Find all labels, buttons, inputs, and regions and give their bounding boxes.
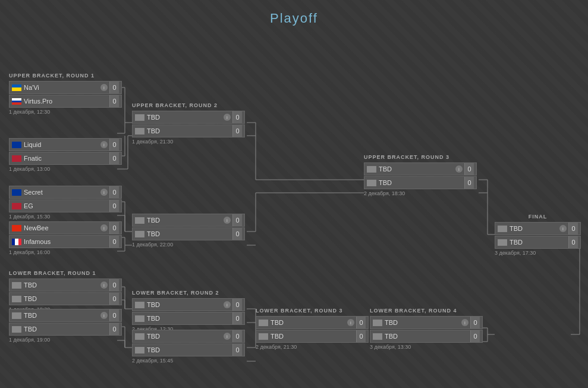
flag-eu xyxy=(12,142,21,148)
flag-tbd xyxy=(135,333,144,340)
match-time: 1 декабря, 13:00 xyxy=(9,166,122,172)
flag-tbd xyxy=(135,217,144,224)
score: 0 xyxy=(232,214,242,226)
lower1-match1: LOWER BRACKET, ROUND 1 TBD i 0 TBD 0 1 д… xyxy=(9,270,122,312)
team-name: Infamous xyxy=(24,238,109,245)
info-icon[interactable]: i xyxy=(224,333,231,340)
info-icon[interactable]: i xyxy=(100,84,108,91)
team-row: TBD i 0 xyxy=(132,330,245,343)
team-row: Virtus.Pro 0 xyxy=(9,95,122,108)
team-row: NewBee i 0 xyxy=(9,221,122,234)
team-name: TBD xyxy=(147,315,232,322)
info-icon[interactable]: i xyxy=(224,114,231,121)
score: 0 xyxy=(356,317,366,328)
team-row: TBD 0 xyxy=(495,236,581,249)
team-name: TBD xyxy=(147,127,232,134)
team-row: TBD 0 xyxy=(9,323,122,336)
score: 0 xyxy=(232,330,242,342)
team-name: TBD xyxy=(385,319,460,326)
score: 0 xyxy=(464,177,474,189)
score: 0 xyxy=(232,299,242,311)
score: 0 xyxy=(109,279,119,291)
team-name: Fnatic xyxy=(24,155,109,162)
score: 0 xyxy=(109,323,119,335)
score: 0 xyxy=(109,293,119,305)
team-row: TBD 0 xyxy=(132,124,245,137)
team-name: TBD xyxy=(271,319,345,326)
upper1-match1: UPPER BRACKET, ROUND 1 Na'Vi i 0 Virtus.… xyxy=(9,73,122,115)
flag-tbd xyxy=(135,302,144,308)
flag-tbd xyxy=(367,180,376,186)
flag-tbd xyxy=(367,166,376,173)
upper3-match1: UPPER BRACKET, ROUND 3 TBD i 0 TBD 0 2 д… xyxy=(364,154,477,196)
score: 0 xyxy=(232,344,242,356)
info-icon[interactable]: i xyxy=(100,281,108,289)
team-row: TBD i 0 xyxy=(132,111,245,124)
flag-tbd xyxy=(12,296,21,302)
info-icon[interactable]: i xyxy=(461,319,468,326)
flag-tbd xyxy=(12,312,21,319)
flag-tbd xyxy=(135,347,144,353)
match-time: 1 декабря, 15:30 xyxy=(9,214,122,220)
team-name: Na'Vi xyxy=(24,84,99,91)
score: 0 xyxy=(109,139,119,151)
score: 0 xyxy=(232,228,242,240)
lower2-match1: LOWER BRACKET, ROUND 2 TBD i 0 TBD 0 2 д… xyxy=(132,290,245,332)
info-icon[interactable]: i xyxy=(455,165,463,173)
upper1-label: UPPER BRACKET, ROUND 1 xyxy=(9,73,122,79)
upper1-match4: NewBee i 0 Infamous 0 1 декабря, 16:00 xyxy=(9,221,122,255)
info-icon[interactable]: i xyxy=(100,189,108,196)
team-name: Virtus.Pro xyxy=(24,98,109,105)
team-name: TBD xyxy=(147,301,222,308)
page-title: Playoff xyxy=(0,0,588,32)
info-icon[interactable]: i xyxy=(347,319,354,326)
team-row: TBD i 0 xyxy=(132,214,245,227)
score: 0 xyxy=(232,111,242,123)
team-name: TBD xyxy=(147,333,222,340)
info-icon[interactable]: i xyxy=(559,225,567,232)
lower3-label: LOWER BRACKET, ROUND 3 xyxy=(256,308,369,314)
score: 0 xyxy=(109,152,119,164)
score: 0 xyxy=(109,186,119,198)
team-name: TBD xyxy=(385,333,470,340)
match-time: 3 декабря, 13:30 xyxy=(370,344,483,350)
score: 0 xyxy=(109,309,119,321)
flag-fr xyxy=(12,239,21,245)
info-icon[interactable]: i xyxy=(100,312,108,319)
team-row: TBD 0 xyxy=(370,330,483,343)
score: 0 xyxy=(232,312,242,324)
team-row: EG 0 xyxy=(9,199,122,212)
team-row: TBD 0 xyxy=(132,312,245,325)
team-name: TBD xyxy=(24,295,109,302)
team-row: TBD 0 xyxy=(256,330,369,343)
info-icon[interactable]: i xyxy=(224,217,231,224)
score: 0 xyxy=(356,330,366,342)
lower1-match2: TBD i 0 TBD 0 1 декабря, 19:00 xyxy=(9,309,122,343)
info-icon[interactable]: i xyxy=(100,141,108,148)
match-time: 1 декабря, 19:00 xyxy=(9,337,122,343)
lower1-label: LOWER BRACKET, ROUND 1 xyxy=(9,270,122,276)
score: 0 xyxy=(109,236,119,248)
match-time: 2 декабря, 18:30 xyxy=(364,190,477,196)
team-name: EG xyxy=(24,202,109,209)
match-time: 2 декабря, 15:45 xyxy=(132,358,245,364)
flag-ru xyxy=(12,98,21,105)
score: 0 xyxy=(470,317,480,328)
flag-ua xyxy=(12,85,21,91)
info-icon[interactable]: i xyxy=(100,224,108,231)
info-icon[interactable]: i xyxy=(224,301,231,308)
lower4-match1: LOWER BRACKET, ROUND 4 TBD i 0 TBD 0 3 д… xyxy=(370,308,483,350)
team-row: TBD 0 xyxy=(364,176,477,189)
team-name: TBD xyxy=(510,239,568,246)
match-time: 1 декабря, 16:00 xyxy=(9,249,122,255)
upper2-label: UPPER BRACKET, ROUND 2 xyxy=(132,102,245,108)
flag-tbd xyxy=(135,128,144,134)
upper1-match2: Liquid i 0 Fnatic 0 1 декабря, 13:00 xyxy=(9,138,122,172)
team-row: TBD i 0 xyxy=(9,279,122,292)
upper3-label: UPPER BRACKET, ROUND 3 xyxy=(364,154,477,160)
team-name: TBD xyxy=(271,333,356,340)
team-row: TBD i 0 xyxy=(364,162,477,176)
flag-tbd xyxy=(259,320,268,326)
team-row: Secret i 0 xyxy=(9,186,122,199)
team-row: TBD i 0 xyxy=(132,298,245,311)
